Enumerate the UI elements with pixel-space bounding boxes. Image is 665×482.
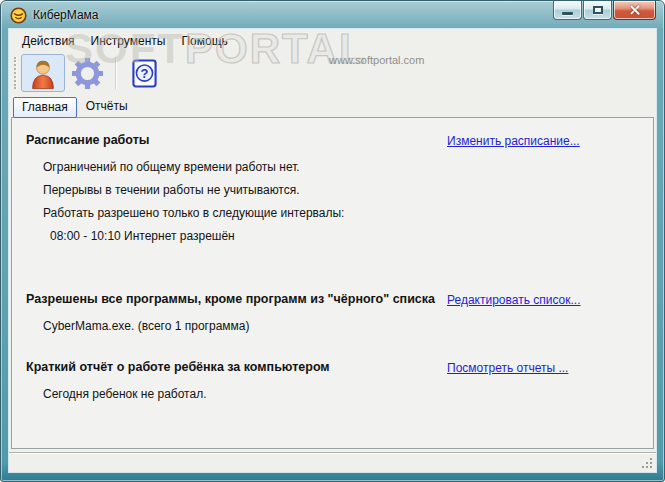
user-icon: [26, 57, 60, 90]
window-controls: [553, 1, 656, 20]
toolbar-separator: [115, 57, 116, 89]
schedule-interval: 08:00 - 10:10 Интернет разрешён: [50, 229, 643, 244]
toolbar-gripper[interactable]: [14, 57, 17, 89]
maximize-button[interactable]: [583, 1, 612, 20]
menu-bar: Действия Инструменты Помощь: [9, 29, 656, 52]
tab-main[interactable]: Главная: [13, 97, 77, 118]
report-section-title: Краткий отчёт о работе ребёнка за компью…: [26, 360, 447, 374]
help-button[interactable]: ?: [122, 54, 166, 92]
schedule-line: Ограничений по общему времени работы нет…: [43, 160, 643, 175]
client-area: SOFTPORTAL www.softportal.com Действия И…: [9, 29, 656, 472]
minimize-button[interactable]: [553, 1, 582, 20]
menu-tools[interactable]: Инструменты: [83, 31, 174, 51]
titlebar[interactable]: КиберМама: [1, 1, 664, 29]
main-tab-page: Расписание работы Изменить расписание...…: [11, 117, 654, 449]
schedule-line: Работать разрешено только в следующие ин…: [43, 206, 643, 221]
report-section-header: Краткий отчёт о работе ребёнка за компью…: [26, 360, 643, 375]
schedule-section-header: Расписание работы Изменить расписание...: [26, 133, 643, 148]
tab-reports[interactable]: Отчёты: [77, 96, 137, 117]
view-reports-link[interactable]: Посмотреть отчеты ...: [447, 361, 568, 375]
app-window: КиберМама SOFTPORTAL www.softportal.com …: [0, 0, 665, 482]
report-line: Сегодня ребенок не работал.: [43, 387, 643, 402]
parent-settings-button[interactable]: [21, 54, 65, 92]
minimize-icon: [562, 12, 573, 15]
menu-actions[interactable]: Действия: [14, 31, 83, 51]
toolbar: ?: [9, 52, 656, 94]
menu-help[interactable]: Помощь: [173, 31, 235, 51]
tab-strip: Главная Отчёты: [9, 94, 656, 117]
window-title: КиберМама: [33, 8, 99, 22]
settings-button[interactable]: [65, 54, 109, 92]
maximize-icon: [593, 6, 603, 14]
schedule-section-title: Расписание работы: [26, 133, 447, 147]
gear-icon: [71, 57, 104, 90]
resize-grip[interactable]: [650, 466, 652, 468]
programs-section-header: Разрешены все программы, кроме программ …: [26, 292, 643, 307]
status-bar: [9, 452, 656, 472]
close-icon: [629, 4, 641, 16]
schedule-line: Перерывы в течении работы не учитываются…: [43, 183, 643, 198]
edit-schedule-link[interactable]: Изменить расписание...: [447, 134, 580, 148]
edit-blacklist-link[interactable]: Редактировать список...: [447, 293, 581, 307]
cybermama-smiley-icon: [10, 7, 27, 24]
svg-text:?: ?: [140, 65, 148, 80]
help-icon: ?: [132, 59, 157, 88]
programs-line: CyberMama.exe. (всего 1 программа): [43, 319, 643, 334]
programs-section-title: Разрешены все программы, кроме программ …: [26, 292, 447, 306]
close-button[interactable]: [613, 1, 656, 20]
